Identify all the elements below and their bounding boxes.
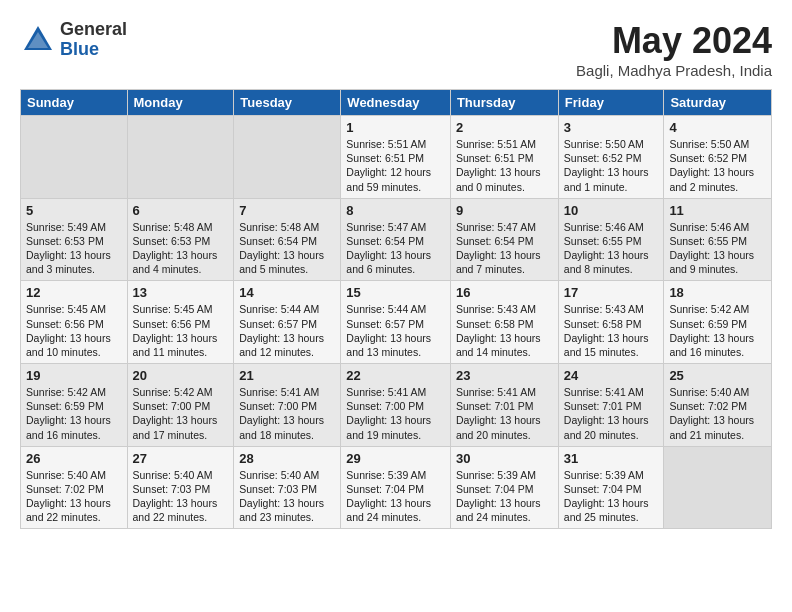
cell-info: and 22 minutes.	[26, 510, 122, 524]
logo-icon	[20, 22, 56, 58]
cell-info: Sunset: 7:01 PM	[456, 399, 553, 413]
cell-info: and 24 minutes.	[456, 510, 553, 524]
cell-info: Sunrise: 5:43 AM	[456, 302, 553, 316]
cell-info: and 10 minutes.	[26, 345, 122, 359]
calendar-cell	[127, 116, 234, 199]
cell-info: and 3 minutes.	[26, 262, 122, 276]
cell-info: and 13 minutes.	[346, 345, 445, 359]
logo-blue: Blue	[60, 40, 127, 60]
header-cell-friday: Friday	[558, 90, 664, 116]
cell-info: Sunset: 7:02 PM	[26, 482, 122, 496]
calendar-cell: 9Sunrise: 5:47 AMSunset: 6:54 PMDaylight…	[450, 198, 558, 281]
cell-info: Sunset: 7:03 PM	[133, 482, 229, 496]
cell-info: Daylight: 13 hours	[239, 496, 335, 510]
calendar-week-2: 5Sunrise: 5:49 AMSunset: 6:53 PMDaylight…	[21, 198, 772, 281]
month-year: May 2024	[576, 20, 772, 62]
cell-info: Sunset: 6:54 PM	[456, 234, 553, 248]
calendar-cell: 8Sunrise: 5:47 AMSunset: 6:54 PMDaylight…	[341, 198, 451, 281]
day-number: 31	[564, 451, 659, 466]
cell-info: and 5 minutes.	[239, 262, 335, 276]
cell-info: Daylight: 13 hours	[669, 413, 766, 427]
cell-info: and 21 minutes.	[669, 428, 766, 442]
cell-info: and 15 minutes.	[564, 345, 659, 359]
cell-info: Sunset: 6:53 PM	[133, 234, 229, 248]
cell-info: and 16 minutes.	[669, 345, 766, 359]
cell-info: Sunset: 6:55 PM	[564, 234, 659, 248]
cell-info: Sunset: 6:59 PM	[26, 399, 122, 413]
cell-info: Sunset: 6:56 PM	[26, 317, 122, 331]
cell-info: Sunrise: 5:40 AM	[239, 468, 335, 482]
calendar-week-4: 19Sunrise: 5:42 AMSunset: 6:59 PMDayligh…	[21, 364, 772, 447]
day-number: 3	[564, 120, 659, 135]
calendar-cell: 10Sunrise: 5:46 AMSunset: 6:55 PMDayligh…	[558, 198, 664, 281]
cell-info: Daylight: 13 hours	[346, 248, 445, 262]
cell-info: Sunrise: 5:48 AM	[239, 220, 335, 234]
calendar-cell: 13Sunrise: 5:45 AMSunset: 6:56 PMDayligh…	[127, 281, 234, 364]
cell-info: Sunrise: 5:39 AM	[346, 468, 445, 482]
calendar-cell: 28Sunrise: 5:40 AMSunset: 7:03 PMDayligh…	[234, 446, 341, 529]
cell-info: Sunset: 6:57 PM	[239, 317, 335, 331]
day-number: 14	[239, 285, 335, 300]
cell-info: and 20 minutes.	[456, 428, 553, 442]
cell-info: Daylight: 13 hours	[133, 496, 229, 510]
cell-info: Sunset: 6:57 PM	[346, 317, 445, 331]
cell-info: Sunset: 6:51 PM	[346, 151, 445, 165]
calendar-cell: 3Sunrise: 5:50 AMSunset: 6:52 PMDaylight…	[558, 116, 664, 199]
calendar-cell: 21Sunrise: 5:41 AMSunset: 7:00 PMDayligh…	[234, 364, 341, 447]
day-number: 21	[239, 368, 335, 383]
cell-info: Sunset: 7:02 PM	[669, 399, 766, 413]
cell-info: Daylight: 13 hours	[133, 248, 229, 262]
calendar-cell: 4Sunrise: 5:50 AMSunset: 6:52 PMDaylight…	[664, 116, 772, 199]
cell-info: Sunrise: 5:43 AM	[564, 302, 659, 316]
calendar-cell: 2Sunrise: 5:51 AMSunset: 6:51 PMDaylight…	[450, 116, 558, 199]
cell-info: Sunset: 6:54 PM	[239, 234, 335, 248]
cell-info: Sunset: 6:56 PM	[133, 317, 229, 331]
calendar-cell: 5Sunrise: 5:49 AMSunset: 6:53 PMDaylight…	[21, 198, 128, 281]
cell-info: Sunrise: 5:42 AM	[133, 385, 229, 399]
calendar-week-1: 1Sunrise: 5:51 AMSunset: 6:51 PMDaylight…	[21, 116, 772, 199]
cell-info: Sunrise: 5:44 AM	[346, 302, 445, 316]
day-number: 27	[133, 451, 229, 466]
cell-info: Daylight: 13 hours	[346, 496, 445, 510]
cell-info: Daylight: 13 hours	[564, 165, 659, 179]
cell-info: Sunset: 6:51 PM	[456, 151, 553, 165]
calendar-cell: 22Sunrise: 5:41 AMSunset: 7:00 PMDayligh…	[341, 364, 451, 447]
cell-info: Sunset: 7:00 PM	[346, 399, 445, 413]
day-number: 1	[346, 120, 445, 135]
day-number: 20	[133, 368, 229, 383]
day-number: 4	[669, 120, 766, 135]
cell-info: Sunrise: 5:47 AM	[346, 220, 445, 234]
cell-info: Daylight: 13 hours	[26, 331, 122, 345]
cell-info: Daylight: 13 hours	[133, 413, 229, 427]
cell-info: Daylight: 13 hours	[239, 413, 335, 427]
calendar-cell: 30Sunrise: 5:39 AMSunset: 7:04 PMDayligh…	[450, 446, 558, 529]
calendar-cell: 15Sunrise: 5:44 AMSunset: 6:57 PMDayligh…	[341, 281, 451, 364]
cell-info: Daylight: 13 hours	[26, 413, 122, 427]
calendar-week-3: 12Sunrise: 5:45 AMSunset: 6:56 PMDayligh…	[21, 281, 772, 364]
cell-info: Daylight: 13 hours	[346, 331, 445, 345]
cell-info: Daylight: 13 hours	[669, 331, 766, 345]
day-number: 13	[133, 285, 229, 300]
page-header: General Blue May 2024 Bagli, Madhya Prad…	[20, 20, 772, 79]
day-number: 15	[346, 285, 445, 300]
cell-info: Sunset: 6:54 PM	[346, 234, 445, 248]
logo-general: General	[60, 20, 127, 40]
cell-info: Daylight: 13 hours	[456, 248, 553, 262]
day-number: 22	[346, 368, 445, 383]
cell-info: Sunrise: 5:47 AM	[456, 220, 553, 234]
cell-info: Sunrise: 5:42 AM	[669, 302, 766, 316]
header-cell-thursday: Thursday	[450, 90, 558, 116]
cell-info: Sunrise: 5:41 AM	[564, 385, 659, 399]
cell-info: Sunset: 6:52 PM	[564, 151, 659, 165]
cell-info: Sunrise: 5:45 AM	[26, 302, 122, 316]
day-number: 18	[669, 285, 766, 300]
cell-info: Daylight: 13 hours	[456, 496, 553, 510]
calendar-cell: 25Sunrise: 5:40 AMSunset: 7:02 PMDayligh…	[664, 364, 772, 447]
cell-info: Daylight: 13 hours	[564, 248, 659, 262]
cell-info: and 7 minutes.	[456, 262, 553, 276]
cell-info: Sunrise: 5:48 AM	[133, 220, 229, 234]
location: Bagli, Madhya Pradesh, India	[576, 62, 772, 79]
cell-info: Sunrise: 5:49 AM	[26, 220, 122, 234]
calendar-cell: 17Sunrise: 5:43 AMSunset: 6:58 PMDayligh…	[558, 281, 664, 364]
day-number: 24	[564, 368, 659, 383]
